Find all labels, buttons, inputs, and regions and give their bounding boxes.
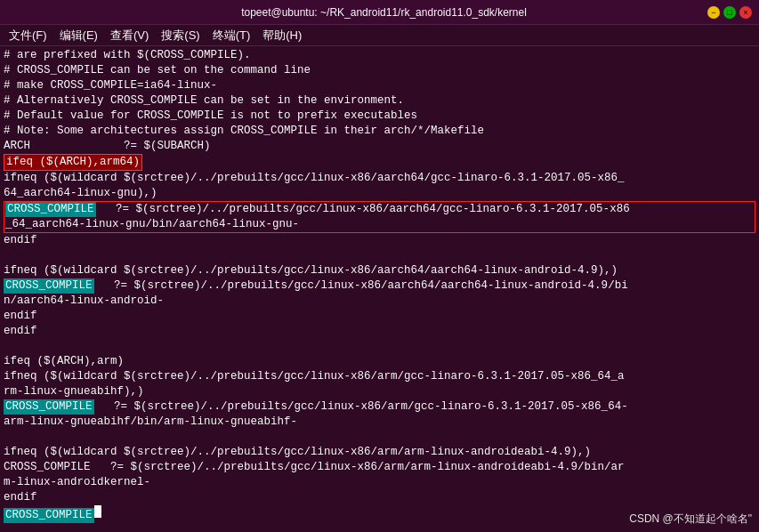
cross-compile-label-2: CROSS_COMPILE bbox=[4, 278, 94, 294]
line-24: CROSS_COMPILE ?= $(srctree)/../prebuilts… bbox=[4, 399, 755, 415]
minimize-button[interactable]: − bbox=[707, 6, 720, 19]
line-16: CROSS_COMPILE ?= $(srctree)/../prebuilts… bbox=[4, 278, 755, 294]
line-14 bbox=[4, 248, 755, 263]
line-10: 64_aarch64-linux-gnu),) bbox=[4, 186, 755, 201]
line-1: # are prefixed with $(CROSS_COMPILE). bbox=[4, 48, 755, 63]
terminal-content: # are prefixed with $(CROSS_COMPILE). # … bbox=[0, 46, 759, 532]
line-17: n/aarch64-linux-android- bbox=[4, 294, 755, 309]
line-8: ifeq ($(ARCH),arm64) bbox=[4, 154, 755, 171]
line-15: ifneq ($(wildcard $(srctree)/../prebuilt… bbox=[4, 263, 755, 278]
window-controls[interactable]: − □ × bbox=[707, 6, 752, 19]
terminal-window: topeet@ubuntu: ~/RK_android11/rk_android… bbox=[0, 0, 759, 532]
line-11: CROSS_COMPILE ?= $(srctree)/../prebuilts… bbox=[4, 201, 755, 217]
menu-search[interactable]: 搜索(S) bbox=[156, 26, 205, 45]
title-bar: topeet@ubuntu: ~/RK_android11/rk_android… bbox=[0, 0, 759, 25]
line-18: endif bbox=[4, 309, 755, 324]
line-22: ifneq ($(wildcard $(srctree)/../prebuilt… bbox=[4, 369, 755, 384]
watermark: CSDN @不知道起个啥名" bbox=[629, 512, 752, 527]
line-6: # Note: Some architectures assign CROSS_… bbox=[4, 124, 755, 139]
line-5: # Default value for CROSS_COMPILE is not… bbox=[4, 109, 755, 124]
menu-help[interactable]: 帮助(H) bbox=[257, 26, 307, 45]
line-19: endif bbox=[4, 324, 755, 339]
menu-terminal[interactable]: 终端(T) bbox=[207, 26, 256, 45]
line-4: # Alternatively CROSS_COMPILE can be set… bbox=[4, 93, 755, 109]
line-9: ifneq ($(wildcard $(srctree)/../prebuilt… bbox=[4, 171, 755, 186]
close-button[interactable]: × bbox=[739, 6, 752, 19]
menu-bar: 文件(F) 编辑(E) 查看(V) 搜索(S) 终端(T) 帮助(H) bbox=[0, 25, 759, 46]
line-21: ifeq ($(ARCH),arm) bbox=[4, 354, 755, 369]
menu-file[interactable]: 文件(F) bbox=[4, 26, 52, 45]
line-27: ifneq ($(wildcard $(srctree)/../prebuilt… bbox=[4, 445, 755, 460]
line-2: # CROSS_COMPILE can be set on the comman… bbox=[4, 63, 755, 78]
line-26 bbox=[4, 430, 755, 445]
line-23: rm-linux-gnueabihf),) bbox=[4, 384, 755, 399]
ifeq-highlight: ifeq ($(ARCH),arm64) bbox=[4, 154, 142, 171]
line-25: arm-linux-gnueabihf/bin/arm-linux-gnueab… bbox=[4, 415, 755, 430]
window-title: topeet@ubuntu: ~/RK_android11/rk_android… bbox=[61, 6, 707, 19]
cursor bbox=[94, 505, 101, 518]
cross-compile-label-1: CROSS_COMPILE bbox=[5, 202, 96, 217]
maximize-button[interactable]: □ bbox=[723, 6, 736, 19]
menu-view[interactable]: 查看(V) bbox=[105, 26, 154, 45]
line-30: endif bbox=[4, 490, 755, 505]
line-3: # make CROSS_COMPILE=ia64-linux- bbox=[4, 78, 755, 93]
line-20 bbox=[4, 339, 755, 354]
line-12: _64_aarch64-linux-gnu/bin/aarch64-linux-… bbox=[4, 217, 755, 233]
line-28: CROSS_COMPILE ?= $(srctree)/../prebuilts… bbox=[4, 460, 755, 475]
line-13: endif bbox=[4, 233, 755, 248]
line-29: m-linux-androidkernel- bbox=[4, 475, 755, 490]
menu-edit[interactable]: 编辑(E) bbox=[54, 26, 103, 45]
cross-compile-label-3: CROSS_COMPILE bbox=[4, 399, 94, 415]
cross-compile-label-4: CROSS_COMPILE bbox=[4, 508, 94, 523]
line-7: ARCH ?= $(SUBARCH) bbox=[4, 139, 755, 154]
